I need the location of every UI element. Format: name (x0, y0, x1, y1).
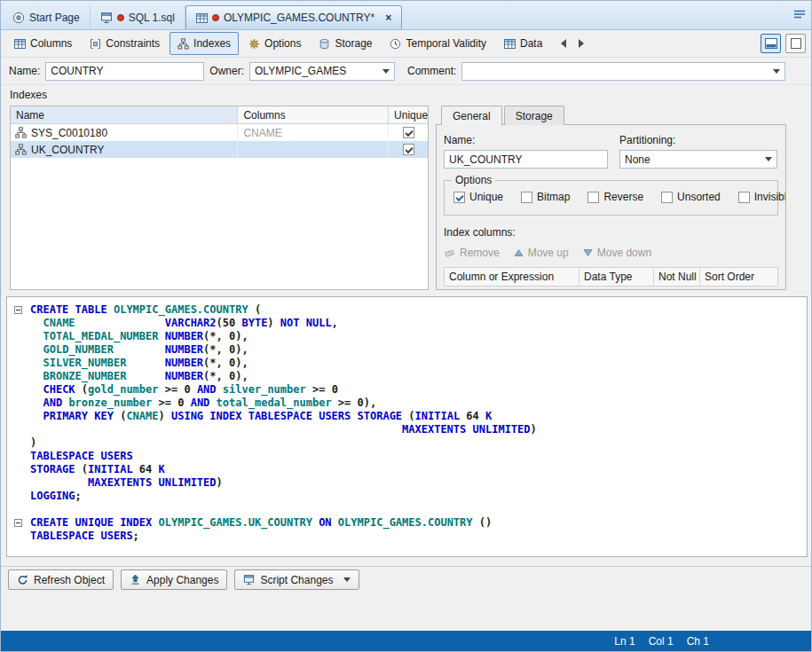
app-window: Start PageSQL 1.sqlOLYMPIC_GAMES.COUNTRY… (0, 0, 812, 652)
editor-tab-temporal-validity[interactable]: Temporal Validity (382, 32, 493, 55)
apply-changes-button[interactable]: Apply Changes (121, 570, 227, 590)
sql-gutter (7, 503, 30, 516)
sql-line: LOGGING; (7, 490, 807, 503)
name-label: Name: (9, 65, 40, 77)
options-checkbox-row: UniqueBitmapReverseUnsortedInvisible (453, 191, 769, 203)
option-unsorted[interactable]: Unsorted (661, 191, 721, 203)
index-columns-label: Index columns: (444, 226, 778, 239)
option-unique[interactable]: Unique (453, 191, 503, 203)
sql-line: BRONZE_NUMBER NUMBER(*, 0), (7, 370, 807, 383)
sql-line: CNAME VARCHAR2(50 BYTE) NOT NULL, (7, 317, 807, 330)
sql-gutter (7, 383, 30, 397)
sql-gutter (7, 530, 30, 543)
options-group-title: Options (452, 174, 495, 186)
index-name: SYS_C0010180 (31, 127, 107, 139)
sql-gutter (7, 330, 30, 343)
unique-checkbox[interactable] (403, 144, 414, 155)
fold-toggle-icon[interactable] (14, 519, 22, 527)
split-panel-toggle-icon[interactable] (761, 34, 781, 53)
unique-checkbox[interactable] (403, 127, 414, 138)
editor-tab-label: Constraints (106, 37, 160, 50)
close-icon[interactable]: × (385, 12, 391, 24)
toolbar-remove-button[interactable]: Remove (444, 247, 500, 259)
editor-tab-label: Storage (335, 37, 372, 50)
fold-toggle-icon[interactable] (14, 306, 22, 314)
chevron-down-icon (773, 69, 780, 74)
editor-tab-indexes[interactable]: Indexes (169, 32, 239, 55)
doc-tab-sql-1-sql[interactable]: SQL 1.sql (91, 5, 185, 29)
tab-overflow-icon[interactable] (793, 9, 806, 20)
index-name-label: Name: (444, 134, 608, 146)
full-panel-toggle-icon[interactable] (785, 34, 806, 53)
index-columns-header: Column or ExpressionData TypeNot NullSor… (444, 267, 778, 287)
partitioning-combobox[interactable]: None (619, 150, 777, 169)
grid-icon (14, 38, 26, 50)
constraints-icon (90, 38, 101, 50)
toolbar-move-up-button[interactable]: Move up (514, 247, 569, 259)
index-name-field[interactable]: UK_COUNTRY (444, 150, 608, 169)
toolbar-move-down-button[interactable]: Move down (583, 247, 651, 259)
apply-icon (130, 574, 141, 585)
chevron-down-icon (382, 69, 390, 74)
col-header-sort-order: Sort Order (700, 268, 777, 286)
status-line: Ln 1 (614, 635, 635, 648)
index-columns-toolbar: RemoveMove upMove down (444, 247, 778, 259)
doc-tab-label: SQL 1.sql (129, 12, 175, 24)
detail-tab-storage[interactable]: Storage (504, 106, 564, 125)
option-bitmap[interactable]: Bitmap (521, 191, 570, 203)
name-field[interactable]: COUNTRY (45, 62, 204, 81)
gear-icon (248, 38, 260, 50)
nav-forward-icon[interactable] (579, 39, 584, 48)
action-bar: Refresh Object Apply Changes Script Chan… (1, 566, 811, 593)
options-groupbox: Options UniqueBitmapReverseUnsortedInvis… (444, 180, 778, 216)
grid-header-name[interactable]: Name (11, 106, 238, 123)
dropdown-caret-icon (343, 577, 351, 582)
owner-combobox[interactable]: OLYMPIC_GAMES (249, 62, 395, 81)
index-row-uk-country[interactable]: UK_COUNTRY (11, 141, 428, 158)
sql-gutter (7, 463, 30, 476)
up-icon (514, 248, 524, 257)
grid-icon (504, 38, 516, 50)
checkbox-icon (661, 192, 673, 203)
option-invisible[interactable]: Invisible (738, 191, 786, 203)
editor-tab-constraints[interactable]: Constraints (82, 32, 168, 55)
chevron-down-icon (765, 157, 772, 161)
grid-header-unique[interactable]: Unique (389, 106, 428, 123)
detail-tab-general[interactable]: General (441, 106, 502, 125)
grid-header-columns[interactable]: Columns (238, 106, 389, 123)
sql-gutter (7, 436, 30, 450)
option-reverse[interactable]: Reverse (587, 191, 643, 203)
sql-gutter (7, 357, 30, 370)
script-changes-button[interactable]: Script Changes (234, 570, 359, 590)
comment-label: Comment: (407, 65, 456, 77)
status-column: Col 1 (649, 635, 674, 648)
sql-preview[interactable]: CREATE TABLE OLYMPIC_GAMES.COUNTRY ( CNA… (6, 296, 808, 557)
index-row-sys-c0010180[interactable]: SYS_C0010180CNAME (11, 124, 428, 141)
editor-tab-options[interactable]: Options (240, 32, 309, 55)
index-icon (15, 144, 27, 155)
sql-gutter (7, 343, 30, 357)
editor-tab-data[interactable]: Data (496, 32, 550, 55)
nav-back-icon[interactable] (561, 39, 566, 48)
col-header-data-type: Data Type (579, 268, 654, 286)
document-tab-bar: Start PageSQL 1.sqlOLYMPIC_GAMES.COUNTRY… (1, 1, 811, 30)
doc-tab-olympic-games-country[interactable]: OLYMPIC_GAMES.COUNTRY*× (185, 5, 402, 29)
editor-tab-storage[interactable]: Storage (311, 32, 380, 55)
detail-fields: Name: UK_COUNTRY Partitioning: None (444, 134, 778, 169)
sql-line: SILVER_NUMBER NUMBER(*, 0), (7, 357, 807, 370)
sql-file-icon (100, 12, 113, 24)
col-header-column-or-expression: Column or Expression (445, 268, 579, 286)
editor-tab-label: Options (264, 37, 301, 50)
indexes-grid-head: NameColumnsUnique (11, 106, 428, 124)
comment-combobox[interactable] (461, 62, 785, 81)
editor-tab-label: Indexes (193, 37, 231, 50)
editor-tab-columns[interactable]: Columns (6, 32, 80, 55)
sql-line: CREATE TABLE OLYMPIC_GAMES.COUNTRY ( (7, 303, 807, 317)
refresh-icon (17, 574, 28, 585)
modified-dot (117, 14, 124, 21)
doc-tab-start-page[interactable]: Start Page (3, 5, 91, 29)
indexes-grid: NameColumnsUnique SYS_C0010180CNAMEUK_CO… (10, 106, 429, 290)
doc-tab-label: Start Page (29, 12, 80, 24)
doc-tab-label: OLYMPIC_GAMES.COUNTRY* (224, 12, 374, 24)
refresh-object-button[interactable]: Refresh Object (8, 570, 114, 590)
